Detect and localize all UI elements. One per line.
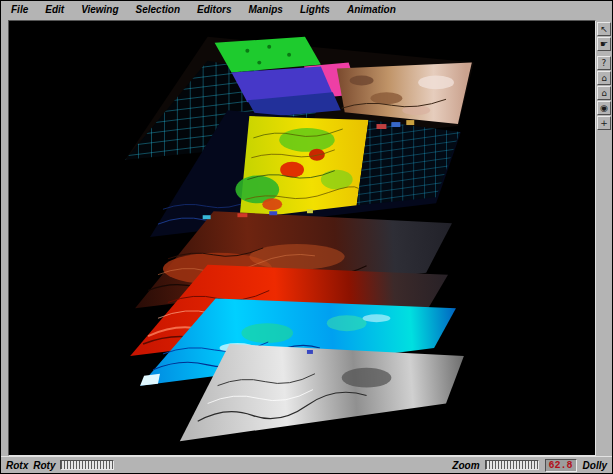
zoom-label: Zoom bbox=[452, 460, 479, 471]
zoom-value: 62.8 bbox=[545, 459, 577, 472]
roty-label: Roty bbox=[33, 460, 55, 471]
menu-edit[interactable]: Edit bbox=[43, 3, 66, 16]
menu-bar: File Edit Viewing Selection Editors Mani… bbox=[1, 1, 612, 19]
menu-editors[interactable]: Editors bbox=[195, 3, 233, 16]
menu-file[interactable]: File bbox=[9, 3, 30, 16]
menu-manips[interactable]: Manips bbox=[246, 3, 284, 16]
menu-animation[interactable]: Animation bbox=[345, 3, 398, 16]
menu-viewing[interactable]: Viewing bbox=[79, 3, 120, 16]
pick-arrow-button[interactable]: ↖ bbox=[597, 22, 611, 36]
rotation-thumbwheel[interactable] bbox=[60, 460, 114, 470]
seek-button[interactable]: + bbox=[597, 116, 611, 130]
zoom-thumbwheel[interactable] bbox=[485, 460, 539, 470]
terrain-stack-scene bbox=[9, 21, 595, 455]
view-hand-button[interactable]: ☛ bbox=[597, 37, 611, 51]
set-home-button[interactable]: ⌂ bbox=[597, 86, 611, 100]
view-all-button[interactable]: ◉ bbox=[597, 101, 611, 115]
rotx-label: Rotx bbox=[6, 460, 28, 471]
viewer-tool-strip: ↖ ☛ ? ⌂ ⌂ ◉ + bbox=[596, 20, 612, 456]
scene-viewer-window: File Edit Viewing Selection Editors Mani… bbox=[0, 0, 613, 474]
home-button[interactable]: ⌂ bbox=[597, 71, 611, 85]
menu-lights[interactable]: Lights bbox=[298, 3, 332, 16]
menu-selection[interactable]: Selection bbox=[134, 3, 182, 16]
viewer-bottom-bar: Rotx Roty Zoom 62.8 Dolly bbox=[1, 456, 612, 473]
help-button[interactable]: ? bbox=[597, 56, 611, 70]
viewer-main-area: ↖ ☛ ? ⌂ ⌂ ◉ + bbox=[1, 18, 612, 457]
dolly-label: Dolly bbox=[583, 460, 607, 471]
render-viewport[interactable] bbox=[8, 20, 596, 456]
